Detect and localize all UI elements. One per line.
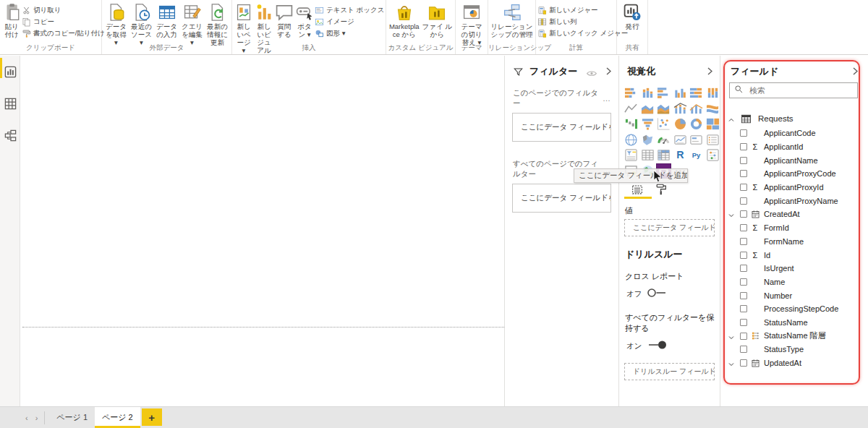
field-row[interactable]: StatusName 階層 bbox=[720, 329, 865, 343]
report-canvas[interactable] bbox=[21, 56, 504, 406]
ribbon-item-edit-queries[interactable]: クエリを編集 ▾ bbox=[180, 1, 204, 47]
field-row[interactable]: ProcessingStepCode bbox=[720, 302, 865, 316]
viz-type-scatter-icon[interactable] bbox=[657, 117, 671, 131]
collapse-visualizations-chevron-icon[interactable] bbox=[707, 67, 712, 77]
viz-type-gauge-icon[interactable] bbox=[657, 133, 671, 147]
ribbon-item-new-column[interactable]: 新しい列 bbox=[537, 16, 628, 27]
sidebar-model-view-button[interactable] bbox=[0, 119, 20, 151]
ribbon-item-switch-theme[interactable]: テーマの切り替え ▾ bbox=[458, 1, 485, 47]
field-checkbox[interactable] bbox=[740, 319, 747, 326]
ribbon-item-cut[interactable]: 切り取り bbox=[22, 4, 105, 16]
field-checkbox[interactable] bbox=[740, 265, 747, 272]
viz-type-stacked-bar-icon[interactable] bbox=[624, 86, 638, 100]
viz-type-stacked-bar-100-icon[interactable] bbox=[689, 86, 703, 100]
viz-type-r-script-icon[interactable]: R bbox=[673, 148, 687, 162]
field-row[interactable]: ApplicantProxyName bbox=[720, 194, 865, 207]
prev-page-arrow[interactable]: ‹ bbox=[22, 414, 32, 422]
ribbon-item-manage-relationships[interactable]: リレーションシップの管理 bbox=[490, 1, 533, 39]
filter-dropzone-this-page[interactable]: ここにデータ フィールドを追加し... bbox=[512, 113, 611, 142]
field-row[interactable]: ApplicantName bbox=[720, 153, 865, 167]
viz-type-kpi-icon[interactable] bbox=[673, 133, 687, 147]
viz-type-python-icon[interactable]: Py bbox=[689, 148, 703, 162]
ribbon-item-button[interactable]: ボタン ▾ bbox=[295, 1, 314, 39]
viz-type-table-icon[interactable] bbox=[641, 148, 655, 162]
viz-type-area-icon[interactable] bbox=[641, 102, 655, 116]
ribbon-item-paste[interactable]: 貼り付け bbox=[2, 1, 21, 39]
ribbon-item-format-painter[interactable]: 書式のコピー/貼り付け bbox=[22, 27, 105, 39]
sidebar-data-view-button[interactable] bbox=[0, 87, 20, 119]
field-row[interactable]: UpdatedAt bbox=[720, 356, 865, 370]
expand-field-chevron-icon[interactable] bbox=[727, 359, 736, 367]
field-table-row[interactable]: Requests bbox=[720, 111, 865, 127]
ribbon-item-from-file[interactable]: ファイ ルから bbox=[422, 1, 454, 39]
viz-type-multi-row-card-icon[interactable] bbox=[706, 133, 720, 147]
collapse-table-chevron-icon[interactable] bbox=[727, 114, 736, 123]
field-checkbox[interactable] bbox=[740, 224, 747, 231]
ribbon-item-recent-sources[interactable]: 最近のソース ▾ bbox=[129, 1, 153, 47]
filter-dropzone-all-pages[interactable]: ここにデータ フィールドを追加し... bbox=[512, 184, 611, 213]
field-row[interactable]: ΣApplicantId bbox=[720, 140, 865, 154]
field-checkbox[interactable] bbox=[740, 184, 747, 191]
field-checkbox[interactable] bbox=[740, 278, 747, 286]
expand-field-chevron-icon[interactable] bbox=[727, 210, 736, 218]
expand-field-chevron-icon[interactable] bbox=[727, 332, 736, 341]
field-checkbox[interactable] bbox=[740, 170, 747, 177]
ribbon-item-ask-question[interactable]: 質問する bbox=[275, 1, 294, 39]
viz-type-stacked-area-icon[interactable] bbox=[657, 102, 671, 116]
drillthrough-dropzone[interactable]: ドリルスルー フィールドをここに... bbox=[624, 363, 715, 380]
viz-type-map-icon[interactable] bbox=[624, 133, 638, 147]
add-page-button[interactable]: + bbox=[142, 408, 162, 426]
viz-type-line-stacked-column-icon[interactable] bbox=[673, 102, 687, 116]
field-checkbox[interactable] bbox=[740, 129, 747, 137]
field-search-box[interactable] bbox=[729, 82, 858, 98]
ribbon-item-image[interactable]: イメージ bbox=[315, 16, 384, 27]
format-paint-roller-tab[interactable] bbox=[655, 183, 669, 196]
page-tab[interactable]: ページ 1 bbox=[49, 407, 95, 428]
viz-type-line-clustered-column-icon[interactable] bbox=[689, 102, 703, 116]
field-checkbox[interactable] bbox=[740, 292, 747, 299]
viz-type-ribbon-chart-icon[interactable] bbox=[706, 102, 720, 116]
viz-type-key-influencers-icon[interactable] bbox=[706, 148, 720, 162]
ribbon-item-new-quick-measure[interactable]: 新しいクイック メジャー bbox=[537, 27, 628, 39]
field-checkbox[interactable] bbox=[740, 157, 747, 164]
collapse-filters-chevron-icon[interactable] bbox=[606, 67, 611, 77]
viz-type-slicer-icon[interactable] bbox=[624, 148, 638, 162]
ribbon-item-shapes[interactable]: 図形 ▾ bbox=[315, 27, 384, 39]
field-row[interactable]: ΣApplicantProxyId bbox=[720, 181, 865, 194]
viz-type-filled-map-icon[interactable] bbox=[641, 133, 655, 147]
ribbon-item-marketplace[interactable]: Marketplace から bbox=[388, 1, 420, 39]
viz-type-matrix-icon[interactable] bbox=[657, 148, 671, 162]
field-row[interactable]: ApplicantProxyCode bbox=[720, 167, 865, 181]
viz-type-clustered-bar-icon[interactable] bbox=[657, 86, 671, 100]
ribbon-item-refresh[interactable]: 最新の情報に更新 bbox=[205, 1, 229, 47]
search-input[interactable] bbox=[748, 85, 842, 95]
field-well-tab[interactable] bbox=[631, 183, 645, 196]
sidebar-report-view-button[interactable] bbox=[0, 56, 20, 87]
field-checkbox[interactable] bbox=[740, 305, 747, 312]
ribbon-item-publish[interactable]: 発行 bbox=[619, 1, 645, 31]
viz-type-waterfall-icon[interactable] bbox=[624, 117, 638, 131]
field-checkbox[interactable] bbox=[740, 346, 747, 353]
viz-type-stacked-column-icon[interactable] bbox=[641, 86, 655, 100]
ribbon-item-get-data[interactable]: データを取得 ▾ bbox=[104, 1, 128, 47]
field-row[interactable]: ΣFormId bbox=[720, 221, 865, 235]
keep-filters-toggle[interactable] bbox=[647, 340, 668, 353]
viz-type-line-icon[interactable] bbox=[624, 102, 638, 116]
ribbon-item-enter-data[interactable]: データの入力 bbox=[155, 1, 179, 39]
field-checkbox[interactable] bbox=[740, 238, 747, 245]
values-dropzone[interactable]: ここにデータ フィールドを追加して... bbox=[624, 219, 715, 236]
field-row[interactable]: StatusName bbox=[720, 316, 865, 330]
ribbon-item-text-box[interactable]: テキスト ボックス bbox=[315, 4, 384, 16]
field-checkbox[interactable] bbox=[740, 359, 747, 367]
field-row[interactable]: Name bbox=[720, 275, 865, 289]
field-checkbox[interactable] bbox=[740, 252, 747, 259]
field-row[interactable]: StatusType bbox=[720, 343, 865, 356]
viz-type-stacked-column-100-icon[interactable] bbox=[706, 86, 720, 100]
cross-report-toggle[interactable] bbox=[647, 288, 668, 301]
field-row[interactable]: IsUrgent bbox=[720, 262, 865, 275]
more-options-button[interactable]: … bbox=[603, 94, 611, 103]
field-row[interactable]: ApplicantCode bbox=[720, 127, 865, 140]
page-tab[interactable]: ページ 2 bbox=[95, 407, 140, 428]
viz-type-clustered-column-icon[interactable] bbox=[673, 86, 687, 100]
collapse-fields-chevron-icon[interactable] bbox=[853, 67, 858, 77]
